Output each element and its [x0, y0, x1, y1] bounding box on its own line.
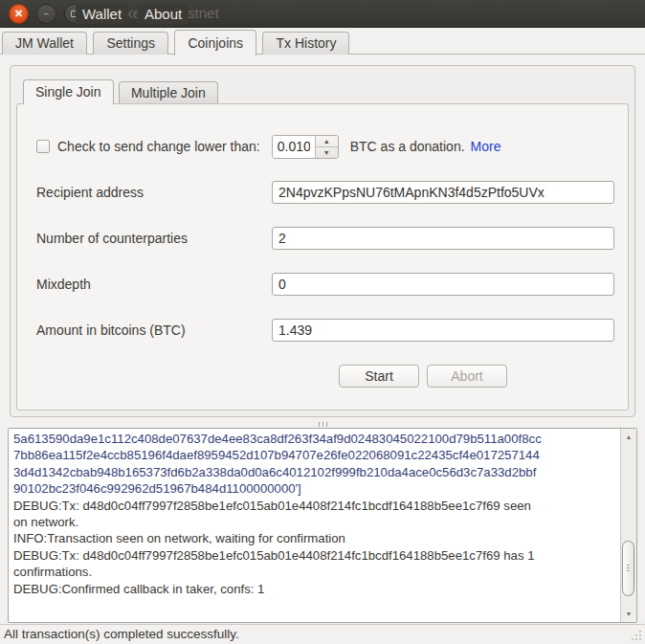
resize-grip-icon[interactable] — [630, 629, 641, 640]
spin-down-icon[interactable]: ▼ — [316, 147, 338, 158]
log-textarea[interactable]: 5a613590da9e1c112c408de07637de4ee83ca8df… — [8, 428, 637, 623]
donation-amount-spinbox: ▲ ▼ — [272, 135, 339, 159]
recipient-address-label: Recipient address — [36, 185, 272, 200]
mixdepth-label: Mixdepth — [36, 277, 272, 292]
spin-buttons: ▲ ▼ — [315, 136, 338, 158]
amount-input[interactable] — [272, 319, 614, 342]
log-line: confirmations. — [13, 564, 617, 580]
coinjoin-groupbox: Single Join Multiple Join Check to send … — [10, 65, 635, 417]
donation-more-link[interactable]: More — [471, 139, 501, 154]
amount-label: Amount in bitcoins (BTC) — [36, 322, 272, 338]
counterparties-label: Number of counterparties — [36, 231, 272, 246]
counterparties-row: Number of counterparties — [36, 227, 614, 250]
recipient-address-row: Recipient address — [36, 181, 614, 204]
log-line: INFO:Transaction seen on network, waitin… — [13, 530, 617, 546]
titlebar: JoinMarketQt - Testnet ✕ − Wallet About — [0, 0, 645, 28]
tab-single-join[interactable]: Single Join — [23, 79, 114, 104]
tab-tx-history[interactable]: Tx History — [262, 32, 349, 55]
single-join-form: Check to send change lower than: ▲ ▼ BTC… — [17, 104, 628, 388]
tab-settings[interactable]: Settings — [93, 32, 168, 55]
join-subtabbar: Single Join Multiple Join — [22, 78, 218, 103]
log-line: DEBUG:Confirmed callback in taker, confs… — [13, 581, 617, 597]
mixdepth-row: Mixdepth — [36, 273, 614, 296]
donation-suffix-label: BTC as a donation. — [350, 139, 465, 154]
tab-multiple-join[interactable]: Multiple Join — [119, 81, 218, 103]
status-message: All transaction(s) completed successfull… — [4, 627, 239, 641]
single-join-pane: Check to send change lower than: ▲ ▼ BTC… — [16, 103, 629, 411]
menu-wallet[interactable]: Wallet — [76, 4, 128, 24]
scrollbar-thumb[interactable] — [622, 541, 634, 596]
amount-row: Amount in bitcoins (BTC) — [36, 319, 614, 342]
log-text: 5a613590da9e1c112c408de07637de4ee83ca8df… — [13, 431, 617, 620]
recipient-address-input[interactable] — [272, 181, 614, 204]
log-line: 5a613590da9e1c112c408de07637de4ee83ca8df… — [13, 431, 617, 447]
mixdepth-input[interactable] — [272, 273, 614, 296]
thumb-grip-icon — [627, 565, 630, 573]
log-line: 3d4d1342cbab948b165373fd6b2a338da0d0a6c4… — [13, 464, 617, 480]
donation-checkbox[interactable] — [36, 140, 50, 153]
donation-row: Check to send change lower than: ▲ ▼ BTC… — [36, 135, 614, 158]
scroll-up-icon[interactable]: ▲ — [621, 430, 636, 444]
log-line: 90102bc23f046c992962d51967b484d110000000… — [13, 480, 617, 497]
tab-coinjoins[interactable]: Coinjoins — [174, 30, 256, 56]
counterparties-input[interactable] — [272, 227, 614, 250]
close-icon[interactable]: ✕ — [9, 4, 29, 24]
splitter-grip-icon — [319, 422, 327, 427]
donation-amount-input[interactable] — [273, 136, 315, 158]
spin-up-icon[interactable]: ▲ — [316, 136, 338, 147]
start-button[interactable]: Start — [339, 365, 419, 388]
statusbar: All transaction(s) completed successfull… — [0, 624, 645, 644]
coinjoins-page: Single Join Multiple Join Check to send … — [0, 55, 645, 624]
minimize-icon[interactable]: − — [36, 4, 56, 24]
window-controls: ✕ − — [9, 4, 84, 24]
abort-button[interactable]: Abort — [427, 365, 507, 388]
main-tabbar: JM Wallet Settings Coinjoins Tx History — [0, 28, 645, 55]
tab-jm-wallet[interactable]: JM Wallet — [2, 32, 87, 55]
menu-about[interactable]: About — [138, 4, 189, 24]
splitter-handle[interactable] — [0, 421, 645, 428]
scroll-down-icon[interactable]: ▼ — [621, 607, 636, 621]
log-line: 7bb86ea115f2e4ccb85196f4daef8959452d107b… — [13, 447, 617, 463]
log-line: on network. — [13, 514, 617, 530]
log-line: DEBUG:Tx: d48d0c04ff7997f2858be1efc015ab… — [13, 498, 617, 514]
app-window: JoinMarketQt - Testnet ✕ − Wallet About … — [0, 0, 645, 644]
donation-checkbox-label: Check to send change lower than: — [57, 139, 260, 154]
action-buttons: Start Abort — [339, 365, 614, 388]
log-scrollbar[interactable]: ▲ ▼ — [620, 429, 636, 622]
log-line: DEBUG:Tx: d48d0c04ff7997f2858be1efc015ab… — [13, 547, 617, 564]
